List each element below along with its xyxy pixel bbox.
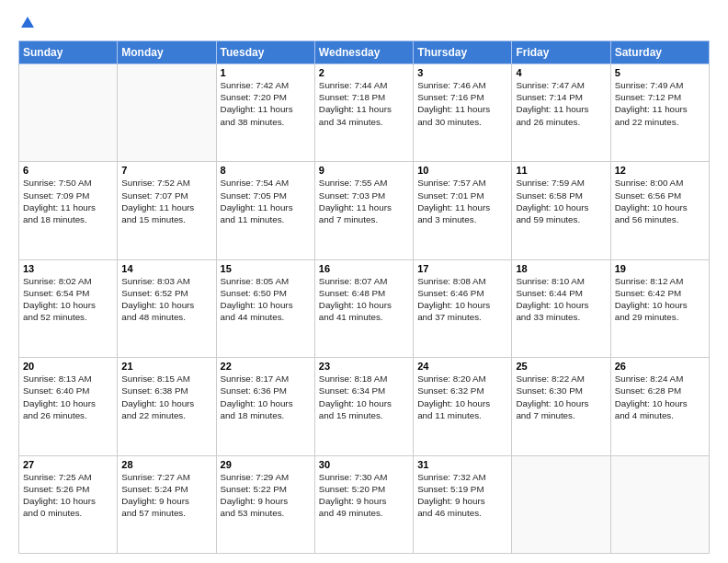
day-number: 15 (221, 263, 311, 274)
day-number: 28 (121, 459, 211, 470)
calendar-cell: 23Sunrise: 8:18 AM Sunset: 6:34 PM Dayli… (314, 358, 413, 455)
day-info: Sunrise: 8:18 AM Sunset: 6:34 PM Dayligh… (319, 373, 409, 421)
day-number: 3 (417, 67, 507, 78)
day-header-thursday: Thursday (414, 41, 512, 64)
calendar-week-1: 6Sunrise: 7:50 AM Sunset: 7:09 PM Daylig… (19, 162, 710, 259)
day-info: Sunrise: 8:13 AM Sunset: 6:40 PM Dayligh… (23, 373, 113, 421)
calendar-week-0: 1Sunrise: 7:42 AM Sunset: 7:20 PM Daylig… (19, 64, 710, 162)
day-info: Sunrise: 8:20 AM Sunset: 6:32 PM Dayligh… (417, 373, 507, 421)
calendar-cell: 30Sunrise: 7:30 AM Sunset: 5:20 PM Dayli… (314, 455, 413, 553)
day-info: Sunrise: 7:55 AM Sunset: 7:03 PM Dayligh… (319, 177, 409, 225)
calendar-cell: 7Sunrise: 7:52 AM Sunset: 7:07 PM Daylig… (118, 162, 216, 259)
day-info: Sunrise: 7:44 AM Sunset: 7:18 PM Dayligh… (319, 79, 409, 128)
day-info: Sunrise: 7:25 AM Sunset: 5:26 PM Dayligh… (23, 471, 113, 520)
calendar-cell (19, 64, 118, 162)
day-header-saturday: Saturday (610, 41, 709, 64)
calendar-cell: 21Sunrise: 8:15 AM Sunset: 6:38 PM Dayli… (118, 358, 216, 455)
calendar-cell (512, 455, 610, 553)
day-number: 29 (221, 459, 311, 470)
day-header-sunday: Sunday (19, 41, 118, 64)
day-info: Sunrise: 7:32 AM Sunset: 5:19 PM Dayligh… (417, 471, 507, 520)
day-info: Sunrise: 7:49 AM Sunset: 7:12 PM Dayligh… (615, 79, 705, 128)
day-number: 21 (121, 361, 211, 372)
day-info: Sunrise: 8:17 AM Sunset: 6:36 PM Dayligh… (221, 373, 311, 421)
day-info: Sunrise: 7:50 AM Sunset: 7:09 PM Dayligh… (23, 177, 113, 225)
day-number: 9 (319, 165, 409, 176)
calendar-cell: 29Sunrise: 7:29 AM Sunset: 5:22 PM Dayli… (216, 455, 314, 553)
day-header-monday: Monday (118, 41, 216, 64)
calendar-cell: 26Sunrise: 8:24 AM Sunset: 6:28 PM Dayli… (610, 358, 709, 455)
calendar-cell: 13Sunrise: 8:02 AM Sunset: 6:54 PM Dayli… (19, 259, 118, 357)
day-info: Sunrise: 8:02 AM Sunset: 6:54 PM Dayligh… (23, 275, 113, 324)
calendar-cell: 19Sunrise: 8:12 AM Sunset: 6:42 PM Dayli… (610, 259, 709, 357)
calendar-cell: 16Sunrise: 8:07 AM Sunset: 6:48 PM Dayli… (314, 259, 413, 357)
calendar-cell: 24Sunrise: 8:20 AM Sunset: 6:32 PM Dayli… (414, 358, 512, 455)
page: SundayMondayTuesdayWednesdayThursdayFrid… (0, 0, 728, 563)
calendar-cell: 18Sunrise: 8:10 AM Sunset: 6:44 PM Dayli… (512, 259, 610, 357)
day-info: Sunrise: 8:05 AM Sunset: 6:50 PM Dayligh… (221, 275, 311, 324)
day-info: Sunrise: 7:27 AM Sunset: 5:24 PM Dayligh… (121, 471, 211, 520)
day-info: Sunrise: 8:24 AM Sunset: 6:28 PM Dayligh… (615, 373, 705, 421)
day-number: 5 (615, 67, 705, 78)
day-info: Sunrise: 7:30 AM Sunset: 5:20 PM Dayligh… (319, 471, 409, 520)
day-info: Sunrise: 7:54 AM Sunset: 7:05 PM Dayligh… (221, 177, 311, 225)
day-number: 7 (121, 165, 211, 176)
day-number: 22 (221, 361, 311, 372)
calendar-cell: 4Sunrise: 7:47 AM Sunset: 7:14 PM Daylig… (512, 64, 610, 162)
day-number: 18 (516, 263, 606, 274)
day-number: 6 (23, 165, 113, 176)
day-info: Sunrise: 7:42 AM Sunset: 7:20 PM Dayligh… (221, 79, 311, 128)
day-header-wednesday: Wednesday (314, 41, 413, 64)
calendar-cell: 9Sunrise: 7:55 AM Sunset: 7:03 PM Daylig… (314, 162, 413, 259)
day-number: 14 (121, 263, 211, 274)
header (18, 15, 710, 31)
day-number: 30 (319, 459, 409, 470)
day-info: Sunrise: 8:22 AM Sunset: 6:30 PM Dayligh… (516, 373, 606, 421)
day-number: 1 (221, 67, 311, 78)
day-number: 11 (516, 165, 606, 176)
calendar-cell: 14Sunrise: 8:03 AM Sunset: 6:52 PM Dayli… (118, 259, 216, 357)
day-number: 16 (319, 263, 409, 274)
day-number: 31 (417, 459, 507, 470)
day-info: Sunrise: 7:47 AM Sunset: 7:14 PM Dayligh… (516, 79, 606, 128)
day-number: 24 (417, 361, 507, 372)
day-info: Sunrise: 7:46 AM Sunset: 7:16 PM Dayligh… (417, 79, 507, 128)
day-number: 8 (221, 165, 311, 176)
calendar-cell: 11Sunrise: 7:59 AM Sunset: 6:58 PM Dayli… (512, 162, 610, 259)
day-number: 2 (319, 67, 409, 78)
day-info: Sunrise: 8:10 AM Sunset: 6:44 PM Dayligh… (516, 275, 606, 324)
day-info: Sunrise: 7:59 AM Sunset: 6:58 PM Dayligh… (516, 177, 606, 225)
calendar-cell: 8Sunrise: 7:54 AM Sunset: 7:05 PM Daylig… (216, 162, 314, 259)
day-info: Sunrise: 7:52 AM Sunset: 7:07 PM Dayligh… (121, 177, 211, 225)
day-info: Sunrise: 8:00 AM Sunset: 6:56 PM Dayligh… (615, 177, 705, 225)
day-number: 19 (615, 263, 705, 274)
day-info: Sunrise: 8:12 AM Sunset: 6:42 PM Dayligh… (615, 275, 705, 324)
calendar-cell (118, 64, 216, 162)
day-number: 25 (516, 361, 606, 372)
day-number: 27 (23, 459, 113, 470)
day-info: Sunrise: 8:15 AM Sunset: 6:38 PM Dayligh… (121, 373, 211, 421)
day-number: 26 (615, 361, 705, 372)
calendar-cell: 12Sunrise: 8:00 AM Sunset: 6:56 PM Dayli… (610, 162, 709, 259)
calendar-cell: 17Sunrise: 8:08 AM Sunset: 6:46 PM Dayli… (414, 259, 512, 357)
calendar-cell: 22Sunrise: 8:17 AM Sunset: 6:36 PM Dayli… (216, 358, 314, 455)
day-number: 12 (615, 165, 705, 176)
day-info: Sunrise: 8:03 AM Sunset: 6:52 PM Dayligh… (121, 275, 211, 324)
day-number: 20 (23, 361, 113, 372)
calendar-cell: 2Sunrise: 7:44 AM Sunset: 7:18 PM Daylig… (314, 64, 413, 162)
calendar-header-row: SundayMondayTuesdayWednesdayThursdayFrid… (19, 41, 710, 64)
calendar-cell: 5Sunrise: 7:49 AM Sunset: 7:12 PM Daylig… (610, 64, 709, 162)
calendar-cell (610, 455, 709, 553)
calendar-cell: 6Sunrise: 7:50 AM Sunset: 7:09 PM Daylig… (19, 162, 118, 259)
calendar-cell: 27Sunrise: 7:25 AM Sunset: 5:26 PM Dayli… (19, 455, 118, 553)
calendar-cell: 28Sunrise: 7:27 AM Sunset: 5:24 PM Dayli… (118, 455, 216, 553)
day-info: Sunrise: 7:29 AM Sunset: 5:22 PM Dayligh… (221, 471, 311, 520)
calendar-cell: 15Sunrise: 8:05 AM Sunset: 6:50 PM Dayli… (216, 259, 314, 357)
calendar-cell: 3Sunrise: 7:46 AM Sunset: 7:16 PM Daylig… (414, 64, 512, 162)
calendar-week-4: 27Sunrise: 7:25 AM Sunset: 5:26 PM Dayli… (19, 455, 710, 553)
calendar-cell: 1Sunrise: 7:42 AM Sunset: 7:20 PM Daylig… (216, 64, 314, 162)
day-number: 4 (516, 67, 606, 78)
day-number: 17 (417, 263, 507, 274)
day-info: Sunrise: 8:07 AM Sunset: 6:48 PM Dayligh… (319, 275, 409, 324)
day-info: Sunrise: 7:57 AM Sunset: 7:01 PM Dayligh… (417, 177, 507, 225)
